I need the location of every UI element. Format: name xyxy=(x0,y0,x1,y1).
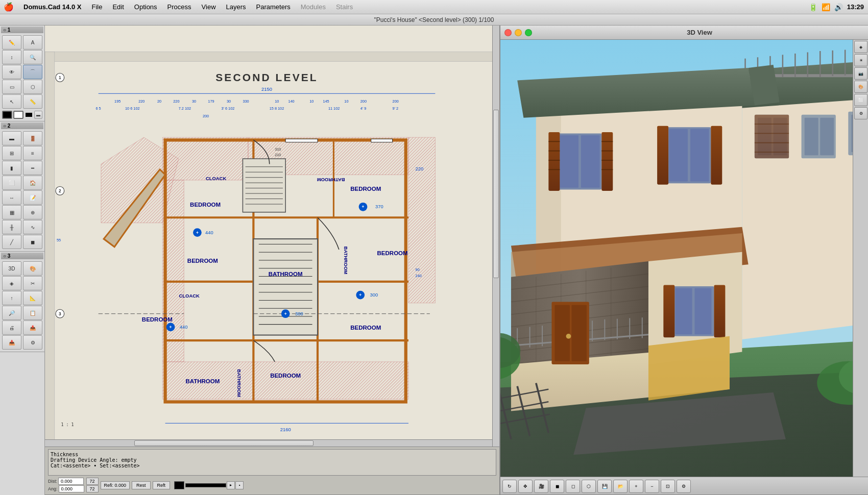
tool-annotate[interactable]: 📝 xyxy=(23,190,42,205)
menu-process[interactable]: Process xyxy=(163,2,196,12)
3d-fit[interactable]: ⊡ xyxy=(661,480,675,493)
3d-load-view[interactable]: 📂 xyxy=(613,480,628,493)
wifi-icon: 📶 xyxy=(822,3,830,11)
tool-move[interactable]: ↕ xyxy=(2,50,21,64)
3d-tool-4[interactable]: 🎨 xyxy=(854,81,867,93)
menu-layers[interactable]: Layers xyxy=(222,2,250,12)
tool-settings[interactable]: ⚙ xyxy=(23,335,42,350)
status-line-2: Drafting Device Angle: empty xyxy=(51,457,494,463)
svg-rect-219 xyxy=(714,285,725,338)
3d-render-wire[interactable]: ⬡ xyxy=(582,480,596,493)
3d-tool-1[interactable]: ◈ xyxy=(854,41,867,53)
menubar-right: 🔋 📶 🔊 13:29 xyxy=(809,3,864,11)
tool-elevation[interactable]: ↑ xyxy=(2,291,21,305)
3d-nav-pan[interactable]: ✥ xyxy=(518,480,533,493)
thickness-btn-1[interactable]: ▸ xyxy=(227,481,235,489)
thickness-btn-2[interactable]: • xyxy=(235,481,244,489)
scrollbar-vertical[interactable] xyxy=(492,26,499,447)
3d-render-full[interactable]: ◼ xyxy=(550,480,564,493)
tool-eye[interactable]: 👁 xyxy=(2,65,21,79)
svg-text:310: 310 xyxy=(275,147,281,152)
scroll-thumb-h[interactable] xyxy=(134,440,313,446)
tool-arc[interactable]: ⌒ xyxy=(23,65,42,79)
svg-text:90: 90 xyxy=(416,267,420,272)
tool-export[interactable]: 📤 xyxy=(23,320,42,335)
tool-door[interactable]: 🚪 xyxy=(23,131,42,145)
tool-import[interactable]: 📥 xyxy=(2,335,21,350)
tool-print[interactable]: 🖨 xyxy=(2,320,21,335)
svg-marker-9 xyxy=(162,137,248,180)
zoom-button[interactable] xyxy=(525,29,532,36)
tool-3d[interactable]: 3D xyxy=(2,261,21,276)
refi-control[interactable]: Refi: 0.000 xyxy=(101,481,130,489)
menu-options[interactable]: Options xyxy=(130,2,161,12)
color-swatch-black[interactable] xyxy=(174,481,184,489)
3d-settings[interactable]: ⚙ xyxy=(677,480,691,493)
tool-select[interactable]: ↖ xyxy=(2,94,21,109)
apple-logo[interactable]: 🍎 xyxy=(4,3,13,12)
status-line-1: Thickness xyxy=(51,452,494,457)
tool-beam[interactable]: ━ xyxy=(23,161,42,175)
3d-tool-3[interactable]: 📷 xyxy=(854,67,867,80)
tool-column[interactable]: ▮ xyxy=(2,161,21,175)
tool-roof[interactable]: 🏠 xyxy=(23,176,42,190)
tool-text[interactable]: A xyxy=(23,35,42,50)
tool-window[interactable]: ⊞ xyxy=(2,146,21,160)
menu-edit[interactable]: Edit xyxy=(108,2,128,12)
svg-text:BEDROOM: BEDROOM xyxy=(190,202,221,208)
menu-app[interactable]: Domus.Cad 14.0 X xyxy=(19,2,85,12)
svg-rect-177 xyxy=(669,129,688,182)
tool-wall[interactable]: ▬ xyxy=(2,131,21,145)
close-button[interactable] xyxy=(504,29,512,36)
tool-slab[interactable]: ⬜ xyxy=(2,176,21,190)
scrollbar-horizontal[interactable] xyxy=(45,439,492,447)
tool-pencil[interactable]: ✏️ xyxy=(2,35,21,50)
tool-zoom[interactable]: 🔍 xyxy=(23,50,42,64)
svg-text:7.2 102: 7.2 102 xyxy=(179,106,191,111)
3d-tool-5[interactable]: ⬜ xyxy=(854,94,867,106)
tool-dimension[interactable]: ↔ xyxy=(2,190,21,205)
menu-parameters[interactable]: Parameters xyxy=(252,2,295,12)
tool-polygon[interactable]: ⬡ xyxy=(23,80,42,94)
tool-measure[interactable]: 📏 xyxy=(23,94,42,109)
tool-thickness-small[interactable]: ▬ xyxy=(34,111,42,119)
3d-save-view[interactable]: 💾 xyxy=(597,480,612,493)
tool-detail[interactable]: 🔎 xyxy=(2,306,21,320)
svg-text:240: 240 xyxy=(416,274,422,279)
tool-wall2[interactable]: ╫ xyxy=(2,220,21,234)
menu-file[interactable]: File xyxy=(87,2,106,12)
tool-fill[interactable]: ◼ xyxy=(23,235,42,249)
3d-zoom-in[interactable]: + xyxy=(629,480,643,493)
tool-schedule[interactable]: 📋 xyxy=(23,306,42,320)
minimize-button[interactable] xyxy=(515,29,522,36)
window-title: "Pucci's House" <Second level> (300) 1/1… xyxy=(374,16,494,23)
3d-render-quick[interactable]: ◻ xyxy=(566,480,580,493)
svg-rect-179 xyxy=(657,126,668,185)
rest-button[interactable]: Rest xyxy=(132,481,151,489)
menu-stairs[interactable]: Stairs xyxy=(332,2,357,12)
scroll-thumb-v[interactable] xyxy=(493,110,499,278)
reft-button[interactable]: Reft xyxy=(153,481,171,489)
menu-modules[interactable]: Modules xyxy=(297,2,330,12)
tool-hatch[interactable]: ▦ xyxy=(2,205,21,219)
menu-view[interactable]: View xyxy=(198,2,220,12)
tool-color-white[interactable] xyxy=(13,111,23,119)
tool-plan[interactable]: 📐 xyxy=(23,291,42,305)
tool-rect[interactable]: ▭ xyxy=(2,80,21,94)
tool-curve[interactable]: ∿ xyxy=(23,220,42,234)
tool-section-cut[interactable]: ✂ xyxy=(23,276,42,290)
3d-nav-rotate[interactable]: ↻ xyxy=(502,480,517,493)
3d-tool-2[interactable]: ☀ xyxy=(854,54,867,66)
3d-zoom-out[interactable]: − xyxy=(645,480,659,493)
svg-text:BEDROOM: BEDROOM xyxy=(142,316,173,323)
tool-line[interactable]: ╱ xyxy=(2,235,21,249)
tool-perspective[interactable]: ◈ xyxy=(2,276,21,290)
tool-color-black[interactable] xyxy=(2,111,12,119)
tool-grid-2: ▬ 🚪 ⊞ ≡ ▮ ━ ⬜ 🏠 ↔ 📝 ▦ ⊕ ╫ ∿ ╱ ◼ xyxy=(1,130,43,250)
3d-tool-6[interactable]: ⚙ xyxy=(854,107,867,119)
tool-render[interactable]: 🎨 xyxy=(23,261,42,276)
svg-rect-3 xyxy=(45,52,499,62)
3d-camera[interactable]: 🎥 xyxy=(534,480,548,493)
tool-symbol[interactable]: ⊕ xyxy=(23,205,42,219)
tool-stair[interactable]: ≡ xyxy=(23,146,42,160)
